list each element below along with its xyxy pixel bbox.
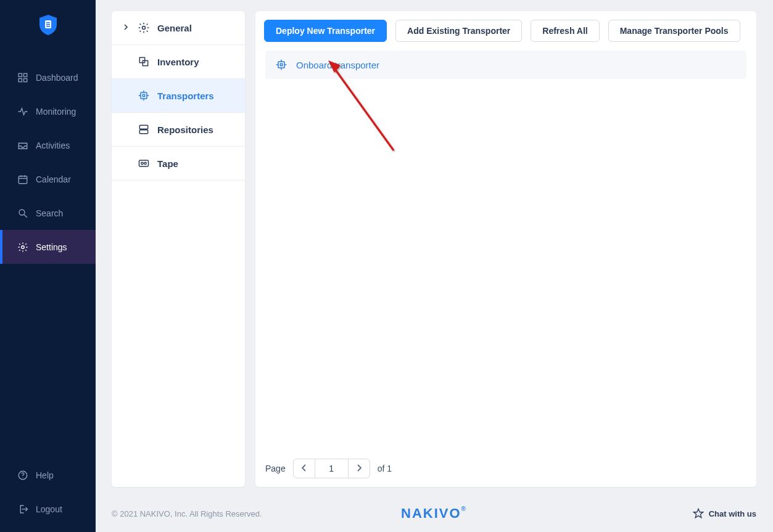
pulse-icon <box>17 106 28 117</box>
svg-rect-20 <box>141 92 147 99</box>
calendar-icon <box>17 174 28 185</box>
nav-settings[interactable]: Settings <box>0 230 96 264</box>
settings-sidebar: General Inventory Transporters Repositor… <box>112 11 245 487</box>
nav-label: Calendar <box>36 174 71 184</box>
chat-with-us-button[interactable]: Chat with us <box>693 508 756 519</box>
svg-rect-18 <box>139 57 144 62</box>
inbox-icon <box>17 140 28 151</box>
svg-point-12 <box>19 210 25 215</box>
svg-rect-31 <box>278 62 284 68</box>
nav-logout[interactable]: Logout <box>0 492 96 526</box>
svg-rect-6 <box>19 78 22 81</box>
svg-line-13 <box>24 215 27 218</box>
cpu-icon <box>138 89 150 102</box>
settings-tab-inventory[interactable]: Inventory <box>112 45 245 79</box>
nav-activities[interactable]: Activities <box>0 128 96 162</box>
star-icon <box>693 508 704 519</box>
svg-rect-26 <box>139 125 147 129</box>
tape-icon <box>138 157 150 170</box>
chevron-left-icon <box>301 464 307 472</box>
nav-label: Search <box>36 208 63 218</box>
nav-calendar[interactable]: Calendar <box>0 162 96 196</box>
nav-label: Logout <box>36 504 62 514</box>
svg-point-14 <box>22 245 25 248</box>
svg-rect-2 <box>46 24 50 25</box>
gear-icon <box>138 22 150 34</box>
settings-tab-label: Transporters <box>157 91 214 101</box>
page-total: of 1 <box>378 464 392 473</box>
settings-tab-general[interactable]: General <box>112 11 245 45</box>
nav-label: Settings <box>36 242 67 252</box>
svg-rect-27 <box>139 130 147 134</box>
svg-rect-7 <box>24 78 27 81</box>
settings-tab-tape[interactable]: Tape <box>112 147 245 181</box>
page-label: Page <box>265 464 286 473</box>
svg-rect-3 <box>46 26 50 27</box>
chevron-right-icon <box>123 23 130 32</box>
settings-tab-label: Inventory <box>157 57 199 67</box>
main-sidebar: Dashboard Monitoring Activities Calendar… <box>0 0 96 532</box>
settings-tab-label: General <box>157 23 192 33</box>
gear-icon <box>17 242 28 253</box>
chat-label: Chat with us <box>709 509 756 518</box>
svg-point-30 <box>144 162 146 164</box>
svg-rect-8 <box>19 176 27 183</box>
transporter-name: Onboard transporter <box>296 60 379 70</box>
inventory-icon <box>138 55 150 68</box>
transporter-row[interactable]: Onboard transporter <box>265 51 746 79</box>
copyright-text: © 2021 NAKIVO, Inc. All Rights Reserved. <box>112 509 262 518</box>
chevron-right-icon <box>356 464 362 472</box>
manage-transporter-pools-button[interactable]: Manage Transporter Pools <box>608 20 740 42</box>
nav-label: Monitoring <box>36 107 76 117</box>
settings-tab-transporters[interactable]: Transporters <box>112 79 245 113</box>
settings-tab-label: Tape <box>157 158 178 169</box>
svg-rect-21 <box>143 94 144 96</box>
search-icon <box>17 208 28 219</box>
database-icon <box>138 123 150 136</box>
next-page-button[interactable] <box>349 460 370 477</box>
svg-point-16 <box>22 477 23 478</box>
nav-label: Dashboard <box>36 73 78 83</box>
help-icon <box>17 470 28 481</box>
main-panel: Deploy New Transporter Add Existing Tran… <box>255 11 756 487</box>
brand-wordmark: NAKIVO® <box>401 505 467 522</box>
deploy-new-transporter-button[interactable]: Deploy New Transporter <box>264 20 387 42</box>
page-input[interactable] <box>315 459 349 478</box>
add-existing-transporter-button[interactable]: Add Existing Transporter <box>395 20 522 42</box>
nav-help[interactable]: Help <box>0 458 96 492</box>
toolbar: Deploy New Transporter Add Existing Tran… <box>255 11 756 51</box>
logout-icon <box>17 504 28 515</box>
nav-search[interactable]: Search <box>0 196 96 230</box>
footer: © 2021 NAKIVO, Inc. All Rights Reserved.… <box>112 495 756 532</box>
svg-rect-1 <box>46 22 50 23</box>
app-logo <box>0 0 96 49</box>
svg-point-17 <box>143 27 146 30</box>
svg-marker-39 <box>693 509 703 518</box>
grid-icon <box>17 72 28 83</box>
prev-page-button[interactable] <box>294 460 315 477</box>
svg-rect-19 <box>143 60 147 65</box>
svg-rect-4 <box>19 73 22 76</box>
svg-line-37 <box>333 67 394 150</box>
cpu-icon <box>275 59 287 71</box>
settings-tab-repositories[interactable]: Repositories <box>112 113 245 147</box>
svg-rect-32 <box>280 63 282 65</box>
refresh-all-button[interactable]: Refresh All <box>531 20 599 42</box>
svg-rect-5 <box>24 73 27 76</box>
svg-point-29 <box>141 162 143 164</box>
svg-rect-28 <box>139 160 149 166</box>
settings-tab-label: Repositories <box>157 125 213 135</box>
pagination: Page of 1 <box>255 450 756 487</box>
nav-label: Activities <box>36 141 70 150</box>
nav-dashboard[interactable]: Dashboard <box>0 60 96 94</box>
nav-monitoring[interactable]: Monitoring <box>0 94 96 128</box>
nav-label: Help <box>36 470 54 480</box>
